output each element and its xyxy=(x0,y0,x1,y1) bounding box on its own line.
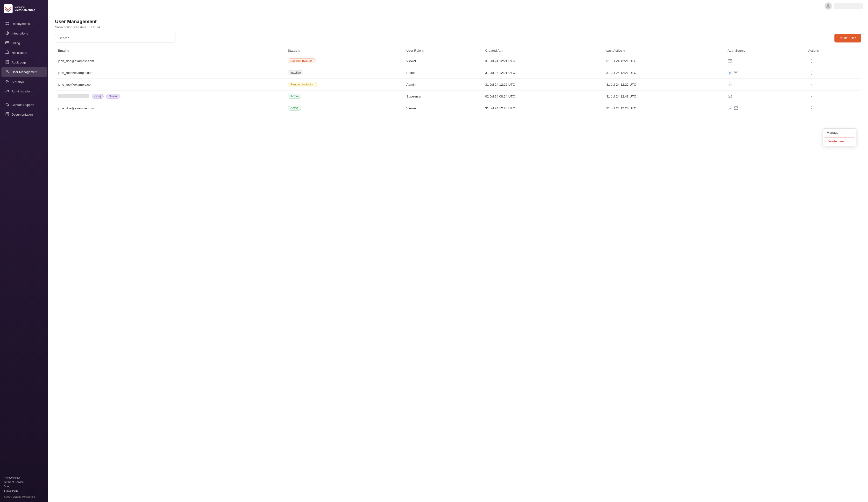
sidebar-item-label: Billing xyxy=(12,41,20,45)
cell-created-at: 31 Jul 24 12:28 UTC xyxy=(482,102,603,114)
footer-link-privacy-policy[interactable]: Privacy Policy xyxy=(4,475,44,480)
sort-icon: ⇅ xyxy=(422,50,424,52)
sidebar-item-notification[interactable]: Notification xyxy=(1,48,47,57)
actions-menu-button[interactable]: ⋮ xyxy=(808,93,815,100)
sidebar-item-audit-logs[interactable]: Audit Logs xyxy=(1,58,47,67)
table-row: (you) OwnerActiveSuperuser02 Jul 24 08:2… xyxy=(55,91,861,102)
cell-auth-source xyxy=(725,91,805,102)
toolbar: Invite User xyxy=(55,34,861,42)
page-title: User Management xyxy=(55,19,861,24)
cell-role: Editor xyxy=(404,67,482,79)
svg-text:G: G xyxy=(729,107,731,109)
email-auth-icon xyxy=(734,106,738,111)
auth-icons: G xyxy=(727,106,802,111)
sidebar-item-label: Deployments xyxy=(12,22,30,25)
cell-role: Admin xyxy=(404,79,482,91)
auth-icons: G xyxy=(727,82,802,87)
sort-icon: ⇅ xyxy=(67,50,69,52)
footer-link-status-page[interactable]: Status Page xyxy=(4,489,44,493)
blurred-email xyxy=(58,94,89,98)
footer-link-sla[interactable]: SLA xyxy=(4,484,44,489)
audit-logs-icon xyxy=(5,60,9,65)
avatar-icon xyxy=(826,4,830,8)
cell-created-at: 31 Jul 24 12:21 UTC xyxy=(482,67,603,79)
user-avatar[interactable] xyxy=(825,2,832,10)
svg-text:G: G xyxy=(729,84,731,86)
table-row: jone_doe@example.comActiveViewer31 Jul 2… xyxy=(55,102,861,114)
table-row: john_doe@example.comExpired invitationVi… xyxy=(55,55,861,67)
logo: Managed VictoriaMetrics xyxy=(0,0,48,17)
sidebar-item-billing[interactable]: Billing xyxy=(1,38,47,48)
content-area: User Management Subscription start date:… xyxy=(48,12,868,502)
cell-auth-source: G xyxy=(725,79,805,91)
search-input[interactable] xyxy=(55,34,176,42)
context-menu-item-manage[interactable]: Manage xyxy=(823,129,856,137)
actions-menu-button[interactable]: ⋮ xyxy=(808,105,815,111)
cell-email: jone_doe@example.com xyxy=(55,102,285,114)
docs-icon xyxy=(5,112,9,117)
google-auth-icon: G xyxy=(727,106,732,111)
cell-email: (you) Owner xyxy=(55,91,285,102)
sidebar-item-administration[interactable]: Administration xyxy=(1,87,47,96)
cell-auth-source xyxy=(725,55,805,67)
cell-last-active: 31 Jul 24 12:43 UTC xyxy=(603,91,725,102)
sidebar-item-contact-support[interactable]: Contact Support xyxy=(1,100,47,109)
cell-created-at: 02 Jul 24 08:24 UTC xyxy=(482,91,603,102)
auth-icons xyxy=(727,94,802,99)
svg-rect-2 xyxy=(8,22,9,23)
table-row: jone_roe@example.comPending invitationAd… xyxy=(55,79,861,91)
invite-user-button[interactable]: Invite User xyxy=(835,34,861,42)
sidebar-item-label: Documentation xyxy=(12,113,33,116)
table-container: Email⇅Status⇅User Role⇅Created At⇅Last A… xyxy=(55,46,861,114)
sidebar-item-deployments[interactable]: Deployments xyxy=(1,19,47,29)
cell-role: Viewer xyxy=(404,102,482,114)
actions-menu-button[interactable]: ⋮ xyxy=(808,70,815,76)
column-header-last-active[interactable]: Last Active⇅ xyxy=(603,46,725,55)
logo-icon xyxy=(4,4,12,13)
actions-menu-button[interactable]: ⋮ xyxy=(808,81,815,87)
cell-role: Superuser xyxy=(404,91,482,102)
sidebar-item-api-keys[interactable]: API keys xyxy=(1,77,47,86)
auth-icons: G xyxy=(727,70,802,75)
footer-link-terms-of-service[interactable]: Terms of Service xyxy=(4,480,44,484)
cell-actions[interactable]: ⋮ xyxy=(805,55,861,67)
column-header-user-role[interactable]: User Role⇅ xyxy=(404,46,482,55)
owner-badge: Owner xyxy=(106,94,120,99)
user-management-icon xyxy=(5,70,9,74)
context-menu: ManageDelete user xyxy=(823,128,856,146)
email-auth-icon xyxy=(727,59,732,63)
cell-status: Active xyxy=(285,91,403,102)
status-badge: Pending invitation xyxy=(288,82,317,87)
cell-actions[interactable]: ⋮ xyxy=(805,67,861,79)
sidebar-navigation: Deployments Integrations Billing Notific… xyxy=(0,17,48,472)
cell-created-at: 31 Jul 24 12:21 UTC xyxy=(482,55,603,67)
sidebar-item-label: Administration xyxy=(12,90,31,93)
svg-rect-4 xyxy=(8,24,9,25)
svg-rect-28 xyxy=(734,71,738,74)
sidebar-item-user-management[interactable]: User Management xyxy=(1,67,47,77)
copyright: ©2024 Victoria Metrics Inc. xyxy=(4,495,44,498)
sidebar-item-documentation[interactable]: Documentation xyxy=(1,110,47,119)
column-header-created-at[interactable]: Created At⇅ xyxy=(482,46,603,55)
sidebar-item-integrations[interactable]: Integrations xyxy=(1,29,47,38)
google-auth-icon: G xyxy=(727,82,732,87)
cell-last-active: 31 Jul 24 12:21 UTC xyxy=(603,55,725,67)
cell-actions[interactable]: ⋮ xyxy=(805,79,861,91)
support-icon xyxy=(5,103,9,107)
cell-auth-source: G xyxy=(725,67,805,79)
sidebar-item-label: Integrations xyxy=(12,32,28,35)
column-header-auth-source: Auth Source xyxy=(725,46,805,55)
column-header-email[interactable]: Email⇅ xyxy=(55,46,285,55)
context-menu-item-delete-user[interactable]: Delete user xyxy=(824,138,855,145)
cell-actions[interactable]: ⋮ xyxy=(805,91,861,102)
cell-actions[interactable]: ⋮ xyxy=(805,102,861,114)
status-badge: Active xyxy=(288,106,301,111)
cell-created-at: 31 Jul 24 12:22 UTC xyxy=(482,79,603,91)
you-label: (you) xyxy=(92,94,104,99)
column-header-status[interactable]: Status⇅ xyxy=(285,46,403,55)
cell-last-active: 31 Jul 24 12:21 UTC xyxy=(603,67,725,79)
notification-icon xyxy=(5,51,9,55)
actions-menu-button[interactable]: ⋮ xyxy=(808,58,815,64)
table-body: john_doe@example.comExpired invitationVi… xyxy=(55,55,861,114)
column-header-actions: Actions xyxy=(805,46,861,55)
